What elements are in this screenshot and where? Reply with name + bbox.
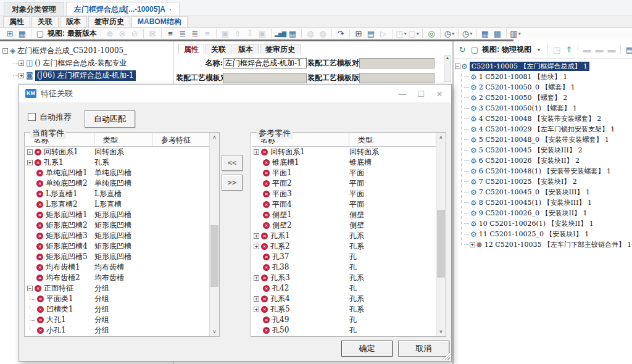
layers-add-icon[interactable]: ≣ xyxy=(177,28,189,39)
bar-chart-icon[interactable]: ▂▅▇ xyxy=(274,28,286,39)
feature-row[interactable]: +×回转面系1回转面系 xyxy=(25,147,218,157)
scroll-up-icon[interactable]: ∧ xyxy=(210,133,219,142)
remove-icon[interactable]: × xyxy=(36,212,43,218)
column-type[interactable]: 类型 xyxy=(349,133,445,146)
feature-row[interactable]: ×矩形底凹槽1矩形底凹槽 xyxy=(25,210,218,220)
tab-approval-history[interactable]: 签审历史 xyxy=(88,16,130,27)
layers-icon[interactable]: ≡ xyxy=(164,28,177,39)
tab-properties-inner[interactable]: 属性 xyxy=(178,44,204,54)
feature-row[interactable]: +×孔系1孔系 xyxy=(25,157,218,168)
page-menu-icon[interactable]: ▢▾ xyxy=(407,28,420,39)
feature-row[interactable]: −×正面特征分组 xyxy=(25,283,218,294)
column-ref-feature[interactable]: 参考特征 xyxy=(152,133,218,146)
bom-node[interactable]: ⚙10 C5201-10026(1) 【安装块II】 1 xyxy=(464,218,631,229)
table-edit-icon[interactable]: ▦ xyxy=(286,28,299,39)
feature-row[interactable]: ×平面4平面 xyxy=(252,199,445,210)
scroll-thumb[interactable] xyxy=(437,210,445,278)
tab-mabom-structure[interactable]: MABOM结构 xyxy=(131,16,188,27)
feature-row[interactable]: ×单纯底凹槽1单纯底凹槽 xyxy=(25,168,218,178)
remove-icon[interactable]: × xyxy=(35,149,41,155)
bom-node[interactable]: ⚙6 C5201-10048(1) 【安装带安装螺套】 1 xyxy=(464,166,631,176)
expander-minus-icon[interactable]: − xyxy=(27,286,33,291)
bom-node[interactable]: ⚙6 C5201-10026 【安装块II】 2 xyxy=(464,155,631,166)
user-group-icon[interactable]: ◍ xyxy=(317,28,329,39)
physical-view-selector[interactable]: 物理视图 xyxy=(502,44,531,55)
scroll-thumb[interactable] xyxy=(210,225,218,287)
database-menu-icon[interactable]: ▥▾ xyxy=(509,28,522,39)
feature-row[interactable]: ×平面类1分组 xyxy=(25,294,218,304)
remove-icon[interactable]: × xyxy=(263,327,270,334)
history-menu-icon[interactable]: ◷▾ xyxy=(443,28,455,39)
link-icon[interactable]: ⊕ xyxy=(104,28,116,39)
template-version-group-field[interactable] xyxy=(359,73,434,83)
feature-row[interactable]: ×孔38孔 xyxy=(252,262,445,273)
minimize-button[interactable]: — xyxy=(393,85,412,103)
feature-row[interactable]: ×L形直槽1L形直槽 xyxy=(25,189,218,199)
remove-icon[interactable]: × xyxy=(36,264,43,271)
remove-icon[interactable]: × xyxy=(37,296,44,302)
feature-row[interactable]: ×单纯底凹槽2单纯底凹槽 xyxy=(25,178,218,189)
remove-icon[interactable]: × xyxy=(263,212,270,218)
feature-row[interactable]: ×小孔1分组 xyxy=(25,325,218,336)
grid-color-icon[interactable]: ▩ xyxy=(491,28,504,39)
remove-icon[interactable]: × xyxy=(36,254,43,260)
tab-relations[interactable]: 关联 xyxy=(31,16,59,27)
feature-row[interactable]: ×侧壁2侧壁 xyxy=(252,220,445,231)
sync-icon[interactable]: ↻ xyxy=(456,44,468,56)
remove-icon[interactable]: × xyxy=(37,316,44,323)
scroll-up-icon[interactable]: ∧ xyxy=(436,133,446,142)
feature-row[interactable]: ×孔42孔 xyxy=(252,283,445,294)
remove-icon[interactable]: × xyxy=(36,233,43,239)
feature-row[interactable]: ×矩形底凹槽3矩形底凹槽 xyxy=(25,231,218,241)
user-icon[interactable]: ◍ xyxy=(304,28,317,39)
remove-icon[interactable]: × xyxy=(36,243,43,250)
block2-icon[interactable]: ▬ xyxy=(593,44,605,56)
cancel-button[interactable]: 取消 xyxy=(398,341,449,357)
remove-icon[interactable]: × xyxy=(36,275,43,281)
move-left-button[interactable]: << xyxy=(222,155,243,171)
reference-part-scrollbar[interactable]: ∧ ∨ xyxy=(436,133,446,336)
expander-minus-icon[interactable]: − xyxy=(2,48,8,54)
remove-icon[interactable]: × xyxy=(263,254,270,260)
new-page-icon[interactable]: ▢ xyxy=(34,28,46,39)
close-button[interactable]: ✕ xyxy=(430,85,449,103)
feature-row[interactable]: ×均布齿槽2均布齿槽 xyxy=(25,273,218,283)
feature-row[interactable]: +×孔系2孔系 xyxy=(252,241,445,252)
tab-menu-dot-icon[interactable]: · xyxy=(169,3,172,15)
bom-node[interactable]: ⚙7 C5201-10025 【安装块I】 2 xyxy=(464,176,631,187)
feature-row[interactable]: ×孔37孔 xyxy=(252,252,445,262)
link-broken-icon[interactable]: ⊗ xyxy=(116,28,128,39)
tree-node[interactable]: −◈左门框焊合总成_C5201-10005_ xyxy=(0,44,173,57)
remove-icon[interactable]: × xyxy=(35,159,41,166)
feature-row[interactable]: +×孔系1孔系 xyxy=(252,231,445,241)
save-icon[interactable]: ▦ xyxy=(16,28,28,39)
table2-icon[interactable]: ▦ xyxy=(479,28,491,39)
feature-row[interactable]: ×L形直槽2L形直槽 xyxy=(25,199,218,210)
search-replace-icon[interactable]: ◎ xyxy=(425,28,438,39)
remove-icon[interactable]: × xyxy=(263,180,270,187)
expander-plus-icon[interactable]: + xyxy=(19,73,24,78)
feature-row[interactable]: ×矩形底凹槽5矩形底凹槽 xyxy=(25,252,218,262)
remove-icon[interactable]: × xyxy=(36,191,43,197)
remove-icon[interactable]: × xyxy=(263,191,270,197)
tab-object-classification[interactable]: 对象分类管理 xyxy=(4,2,64,15)
bom-node[interactable]: ⚙7 C5201-10045_0 【安装块III】 1 xyxy=(464,187,631,197)
expander-plus-icon[interactable]: + xyxy=(254,244,259,249)
bom-node[interactable]: ⚙4 C5201-10029 【左车门锁扣安装支架】 1 xyxy=(464,124,631,134)
feature-row[interactable]: ×矩形底凹槽2矩形底凹槽 xyxy=(25,220,218,231)
block3-icon[interactable]: ▬ xyxy=(605,44,618,56)
template-class-field[interactable] xyxy=(359,58,434,68)
remove-icon[interactable]: × xyxy=(37,306,44,313)
bom-node[interactable]: ⚙5 C5201-10048_0 【安装带安装螺套】 1 xyxy=(464,134,631,145)
expander-plus-icon[interactable]: + xyxy=(254,307,259,312)
bom-root-node[interactable]: −⚙C5201-10005 【左门框焊合总成】 1 xyxy=(455,61,631,72)
tab-versions-inner[interactable]: 版本 xyxy=(233,44,259,54)
export-icon[interactable]: ◳ xyxy=(551,44,563,56)
list-view-icon[interactable]: ▤ xyxy=(623,44,632,56)
feature-row[interactable]: ×大孔1分组 xyxy=(25,315,218,325)
feature-row[interactable]: ×孔50孔 xyxy=(252,325,445,336)
remove-icon[interactable]: × xyxy=(263,159,270,166)
maximize-button[interactable]: ☐ xyxy=(412,85,430,103)
bom-node[interactable]: ⚙2 C5201-10050 【螺套】 2 xyxy=(464,93,631,103)
feature-row[interactable]: +×孔系3孔系 xyxy=(252,273,445,283)
